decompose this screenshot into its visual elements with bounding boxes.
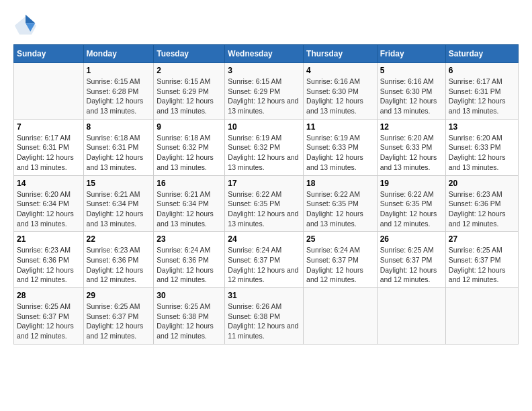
- weekday-header: Friday: [377, 45, 445, 63]
- day-number: 10: [228, 122, 300, 132]
- day-info: Sunrise: 6:24 AMSunset: 6:37 PMDaylight:…: [228, 245, 300, 285]
- day-info: Sunrise: 6:22 AMSunset: 6:35 PMDaylight:…: [228, 189, 300, 229]
- calendar-day-cell: 4Sunrise: 6:16 AMSunset: 6:30 PMDaylight…: [304, 63, 378, 120]
- calendar-day-cell: 29Sunrise: 6:25 AMSunset: 6:37 PMDayligh…: [83, 288, 154, 345]
- day-info: Sunrise: 6:25 AMSunset: 6:37 PMDaylight:…: [380, 245, 443, 285]
- calendar-day-cell: 10Sunrise: 6:19 AMSunset: 6:32 PMDayligh…: [225, 119, 304, 175]
- weekday-header-row: SundayMondayTuesdayWednesdayThursdayFrid…: [14, 45, 519, 63]
- day-info: Sunrise: 6:16 AMSunset: 6:30 PMDaylight:…: [380, 77, 443, 116]
- weekday-header: Wednesday: [225, 45, 304, 63]
- logo: [13, 13, 42, 38]
- day-info: Sunrise: 6:22 AMSunset: 6:35 PMDaylight:…: [380, 189, 443, 229]
- calendar-day-cell: [14, 63, 84, 120]
- day-number: 4: [306, 66, 374, 75]
- day-info: Sunrise: 6:17 AMSunset: 6:31 PMDaylight:…: [17, 133, 81, 173]
- day-number: 3: [228, 66, 300, 75]
- day-number: 6: [449, 66, 515, 75]
- calendar-day-cell: [445, 288, 518, 345]
- page-header: [13, 13, 519, 38]
- day-info: Sunrise: 6:20 AMSunset: 6:33 PMDaylight:…: [449, 133, 515, 173]
- day-number: 14: [17, 179, 81, 188]
- day-number: 30: [157, 291, 222, 300]
- calendar-day-cell: 28Sunrise: 6:25 AMSunset: 6:37 PMDayligh…: [14, 288, 84, 345]
- day-number: 15: [87, 179, 151, 188]
- day-info: Sunrise: 6:19 AMSunset: 6:32 PMDaylight:…: [228, 133, 300, 173]
- calendar-day-cell: 9Sunrise: 6:18 AMSunset: 6:32 PMDaylight…: [154, 119, 225, 175]
- calendar-day-cell: 26Sunrise: 6:25 AMSunset: 6:37 PMDayligh…: [377, 232, 445, 288]
- day-info: Sunrise: 6:25 AMSunset: 6:37 PMDaylight:…: [87, 302, 151, 341]
- day-number: 26: [380, 234, 443, 244]
- calendar-day-cell: 18Sunrise: 6:22 AMSunset: 6:35 PMDayligh…: [304, 175, 378, 232]
- calendar-day-cell: [377, 288, 445, 345]
- calendar-day-cell: 20Sunrise: 6:23 AMSunset: 6:36 PMDayligh…: [445, 175, 518, 232]
- day-number: 1: [87, 66, 151, 75]
- day-number: 28: [17, 291, 81, 300]
- day-info: Sunrise: 6:20 AMSunset: 6:33 PMDaylight:…: [380, 133, 443, 173]
- day-info: Sunrise: 6:23 AMSunset: 6:36 PMDaylight:…: [87, 245, 151, 285]
- calendar-day-cell: 27Sunrise: 6:25 AMSunset: 6:37 PMDayligh…: [445, 232, 518, 288]
- day-info: Sunrise: 6:24 AMSunset: 6:37 PMDaylight:…: [306, 245, 374, 285]
- calendar-day-cell: 22Sunrise: 6:23 AMSunset: 6:36 PMDayligh…: [83, 232, 154, 288]
- day-info: Sunrise: 6:25 AMSunset: 6:38 PMDaylight:…: [157, 302, 222, 341]
- day-info: Sunrise: 6:19 AMSunset: 6:33 PMDaylight:…: [306, 133, 374, 173]
- day-info: Sunrise: 6:23 AMSunset: 6:36 PMDaylight:…: [17, 245, 81, 285]
- calendar-day-cell: 1Sunrise: 6:15 AMSunset: 6:28 PMDaylight…: [83, 63, 154, 120]
- calendar-week-row: 7Sunrise: 6:17 AMSunset: 6:31 PMDaylight…: [14, 119, 519, 175]
- calendar-day-cell: 23Sunrise: 6:24 AMSunset: 6:36 PMDayligh…: [154, 232, 225, 288]
- calendar-week-row: 28Sunrise: 6:25 AMSunset: 6:37 PMDayligh…: [14, 288, 519, 345]
- calendar-day-cell: 12Sunrise: 6:20 AMSunset: 6:33 PMDayligh…: [377, 119, 445, 175]
- calendar-day-cell: 30Sunrise: 6:25 AMSunset: 6:38 PMDayligh…: [154, 288, 225, 345]
- calendar-day-cell: 24Sunrise: 6:24 AMSunset: 6:37 PMDayligh…: [225, 232, 304, 288]
- day-info: Sunrise: 6:15 AMSunset: 6:28 PMDaylight:…: [87, 77, 151, 116]
- weekday-header: Monday: [83, 45, 154, 63]
- day-info: Sunrise: 6:26 AMSunset: 6:38 PMDaylight:…: [228, 302, 300, 341]
- calendar-day-cell: 2Sunrise: 6:15 AMSunset: 6:29 PMDaylight…: [154, 63, 225, 120]
- calendar-day-cell: 3Sunrise: 6:15 AMSunset: 6:29 PMDaylight…: [225, 63, 304, 120]
- calendar-day-cell: 6Sunrise: 6:17 AMSunset: 6:31 PMDaylight…: [445, 63, 518, 120]
- day-number: 9: [157, 122, 222, 132]
- day-info: Sunrise: 6:23 AMSunset: 6:36 PMDaylight:…: [449, 189, 515, 229]
- day-number: 23: [157, 234, 222, 244]
- day-number: 11: [306, 122, 374, 132]
- calendar-week-row: 21Sunrise: 6:23 AMSunset: 6:36 PMDayligh…: [14, 232, 519, 288]
- calendar-day-cell: 19Sunrise: 6:22 AMSunset: 6:35 PMDayligh…: [377, 175, 445, 232]
- day-number: 31: [228, 291, 300, 300]
- calendar-day-cell: 21Sunrise: 6:23 AMSunset: 6:36 PMDayligh…: [14, 232, 84, 288]
- day-number: 12: [380, 122, 443, 132]
- calendar-day-cell: [304, 288, 378, 345]
- logo-icon: [13, 13, 38, 38]
- day-number: 18: [306, 179, 374, 188]
- calendar-day-cell: 17Sunrise: 6:22 AMSunset: 6:35 PMDayligh…: [225, 175, 304, 232]
- day-number: 27: [449, 234, 515, 244]
- day-info: Sunrise: 6:25 AMSunset: 6:37 PMDaylight:…: [17, 302, 81, 341]
- calendar-week-row: 14Sunrise: 6:20 AMSunset: 6:34 PMDayligh…: [14, 175, 519, 232]
- calendar-day-cell: 16Sunrise: 6:21 AMSunset: 6:34 PMDayligh…: [154, 175, 225, 232]
- day-number: 21: [17, 234, 81, 244]
- calendar-day-cell: 25Sunrise: 6:24 AMSunset: 6:37 PMDayligh…: [304, 232, 378, 288]
- svg-marker-1: [26, 15, 35, 24]
- calendar-day-cell: 31Sunrise: 6:26 AMSunset: 6:38 PMDayligh…: [225, 288, 304, 345]
- day-info: Sunrise: 6:18 AMSunset: 6:31 PMDaylight:…: [87, 133, 151, 173]
- day-info: Sunrise: 6:16 AMSunset: 6:30 PMDaylight:…: [306, 77, 374, 116]
- day-info: Sunrise: 6:17 AMSunset: 6:31 PMDaylight:…: [449, 77, 515, 116]
- calendar-table: SundayMondayTuesdayWednesdayThursdayFrid…: [13, 44, 519, 345]
- day-number: 16: [157, 179, 222, 188]
- calendar-day-cell: 15Sunrise: 6:21 AMSunset: 6:34 PMDayligh…: [83, 175, 154, 232]
- day-number: 17: [228, 179, 300, 188]
- calendar-day-cell: 14Sunrise: 6:20 AMSunset: 6:34 PMDayligh…: [14, 175, 84, 232]
- day-number: 29: [87, 291, 151, 300]
- weekday-header: Saturday: [445, 45, 518, 63]
- day-number: 8: [87, 122, 151, 132]
- day-info: Sunrise: 6:21 AMSunset: 6:34 PMDaylight:…: [87, 189, 151, 229]
- day-number: 7: [17, 122, 81, 132]
- day-info: Sunrise: 6:18 AMSunset: 6:32 PMDaylight:…: [157, 133, 222, 173]
- day-number: 2: [157, 66, 222, 75]
- day-info: Sunrise: 6:21 AMSunset: 6:34 PMDaylight:…: [157, 189, 222, 229]
- day-number: 22: [87, 234, 151, 244]
- day-number: 13: [449, 122, 515, 132]
- calendar-day-cell: 11Sunrise: 6:19 AMSunset: 6:33 PMDayligh…: [304, 119, 378, 175]
- weekday-header: Tuesday: [154, 45, 225, 63]
- calendar-day-cell: 13Sunrise: 6:20 AMSunset: 6:33 PMDayligh…: [445, 119, 518, 175]
- day-info: Sunrise: 6:15 AMSunset: 6:29 PMDaylight:…: [157, 77, 222, 116]
- day-number: 20: [449, 179, 515, 188]
